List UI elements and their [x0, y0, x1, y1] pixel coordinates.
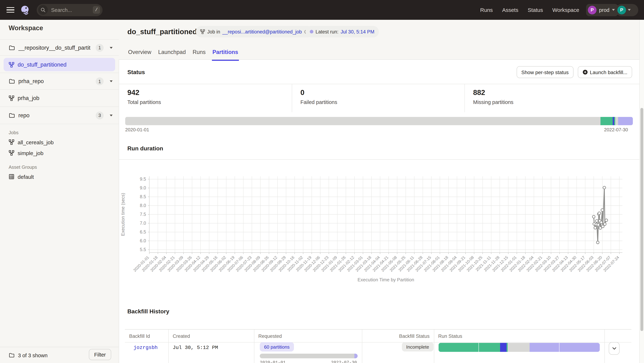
svg-text:8.0: 8.0: [140, 203, 146, 208]
svg-text:7.5: 7.5: [140, 212, 146, 217]
chevron-down-icon: [612, 9, 615, 11]
divider: [168, 330, 169, 363]
app-window: Search... / Runs Assets Status Workspace…: [0, 0, 644, 363]
sidebar-item-do-stuff-partitioned-selected[interactable]: do_stuff_partitioned: [4, 58, 115, 71]
top-nav: Runs Assets Status Workspace: [480, 0, 579, 20]
sidebar-row: do_stuff_partitioned: [0, 56, 119, 73]
job-icon: [200, 29, 205, 34]
workspace-sidebar: Workspace __repository__do_stuff_partiti…: [0, 20, 119, 363]
nav-runs[interactable]: Runs: [480, 7, 493, 13]
stat-value: 942: [127, 88, 161, 97]
launch-backfill-button[interactable]: Launch backfill...: [578, 66, 632, 78]
stat-label: Missing partitions: [473, 99, 514, 105]
sidebar-item-label: prha_repo: [18, 78, 44, 84]
job-origin-prefix: Job in: [207, 29, 220, 34]
job-origin-pill: Job in __reposi...artitioned@partitioned…: [196, 26, 313, 38]
requested-progress-bar: [260, 354, 358, 358]
job-icon: [9, 62, 14, 68]
jobs-group-label: Jobs: [9, 130, 18, 135]
latest-run-link[interactable]: Jul 30, 5:14 PM: [341, 29, 374, 34]
divider: [464, 84, 465, 112]
user-menu[interactable]: P: [616, 4, 638, 16]
sidebar-item-label: all_cereals_job: [18, 139, 54, 145]
sidebar-item-all-cereals-job[interactable]: all_cereals_job: [0, 137, 119, 147]
launch-backfill-label: Launch backfill...: [590, 69, 628, 75]
sidebar-item-label: prha_job: [18, 95, 40, 102]
sidebar-item-default-asset-group[interactable]: default: [0, 172, 119, 182]
tab-runs[interactable]: Runs: [192, 47, 206, 59]
caret-down-icon[interactable]: [110, 47, 112, 48]
svg-text:6.0: 6.0: [140, 238, 146, 243]
sidebar-item-label: __repository__do_stuff_partitio...: [18, 44, 90, 51]
stat-failed-partitions: 0 Failed partitions: [300, 88, 337, 105]
latest-run-pill: Latest run: Jul 30, 5:14 PM: [306, 26, 379, 38]
backfill-status-badge: Incomplete: [402, 342, 433, 352]
search-icon: [38, 5, 48, 15]
folder-icon: [9, 78, 15, 84]
svg-text:9.0: 9.0: [140, 185, 146, 190]
nav-assets[interactable]: Assets: [502, 7, 518, 13]
chevron-down-icon: [612, 347, 616, 350]
asset-group-grid-icon: [9, 174, 14, 180]
col-created: Created: [173, 334, 190, 339]
caret-down-icon[interactable]: [110, 114, 112, 116]
backfill-id-link[interactable]: jozrgsbh: [134, 345, 158, 350]
sidebar-item-prha-job[interactable]: prha_job: [0, 89, 119, 107]
sidebar-item-label: repo: [18, 112, 30, 118]
deployment-avatar: P: [588, 6, 596, 14]
item-count-badge: 1: [96, 77, 104, 85]
tab-launchpad[interactable]: Launchpad: [158, 47, 186, 59]
divider: [292, 84, 292, 112]
tab-overview[interactable]: Overview: [127, 47, 152, 59]
tab-bar: Overview Launchpad Runs Partitions: [127, 47, 239, 59]
stat-total-partitions: 942 Total partitions: [127, 88, 161, 105]
row-expand-button[interactable]: [609, 342, 620, 355]
sidebar-heading: Workspace: [9, 24, 43, 32]
divider: [125, 342, 632, 342]
status-section-heading: Status: [127, 69, 145, 76]
folder-icon: [9, 44, 15, 51]
stat-value: 0: [300, 88, 337, 97]
stat-label: Failed partitions: [300, 99, 337, 105]
divider: [434, 330, 434, 363]
timeline-start-date: 2020-01-01: [125, 127, 149, 132]
item-count-badge: 1: [96, 44, 104, 52]
svg-text:Execution time (secs): Execution time (secs): [120, 193, 126, 236]
divider: [254, 330, 254, 363]
job-origin-link[interactable]: __reposi...artitioned@partitioned_job: [222, 29, 302, 34]
hamburger-menu-icon[interactable]: [6, 7, 14, 13]
col-run-status: Run Status: [438, 334, 462, 339]
run-duration-heading: Run duration: [127, 145, 163, 152]
search-input[interactable]: Search... /: [37, 4, 102, 16]
col-backfill-status: Backfill Status: [362, 334, 430, 339]
requested-end-date: 2022-07-30: [331, 360, 357, 363]
scrollbar-thumb[interactable]: [640, 108, 643, 331]
nav-workspace[interactable]: Workspace: [552, 7, 579, 13]
sidebar-item-prha-repo[interactable]: prha_repo 1: [0, 73, 119, 90]
sidebar-item-label: default: [18, 174, 34, 180]
asset-groups-label: Asset Groups: [9, 164, 37, 170]
scrollbar-track[interactable]: [639, 20, 644, 363]
item-count-badge: 3: [96, 111, 104, 119]
sidebar-item-label: simple_job: [18, 150, 43, 156]
filter-button[interactable]: Filter: [89, 349, 111, 360]
tab-partitions[interactable]: Partitions: [212, 47, 239, 59]
search-shortcut-key: /: [93, 6, 100, 14]
nav-status[interactable]: Status: [528, 7, 543, 13]
partition-status-bar[interactable]: [125, 117, 633, 125]
sidebar-item-simple-job[interactable]: simple_job: [0, 148, 119, 158]
show-per-step-status-button[interactable]: Show per-step status: [517, 66, 573, 78]
run-status-bar[interactable]: [438, 343, 600, 352]
svg-text:9.5: 9.5: [140, 176, 146, 182]
folder-icon: [9, 352, 15, 358]
deployment-switcher[interactable]: P prod: [586, 4, 618, 16]
user-avatar: P: [618, 6, 626, 14]
chevron-down-icon: [628, 9, 631, 11]
job-icon: [9, 139, 14, 145]
sidebar-item-repository[interactable]: __repository__do_stuff_partitio... 1: [0, 39, 119, 56]
requested-partitions-badge[interactable]: 60 partitions: [260, 342, 294, 352]
sidebar-item-repo[interactable]: repo 3: [0, 106, 119, 124]
caret-down-icon[interactable]: [110, 80, 112, 82]
backfill-created: Jul 30, 5:12 PM: [173, 345, 218, 350]
dagster-logo-icon[interactable]: [20, 5, 30, 14]
